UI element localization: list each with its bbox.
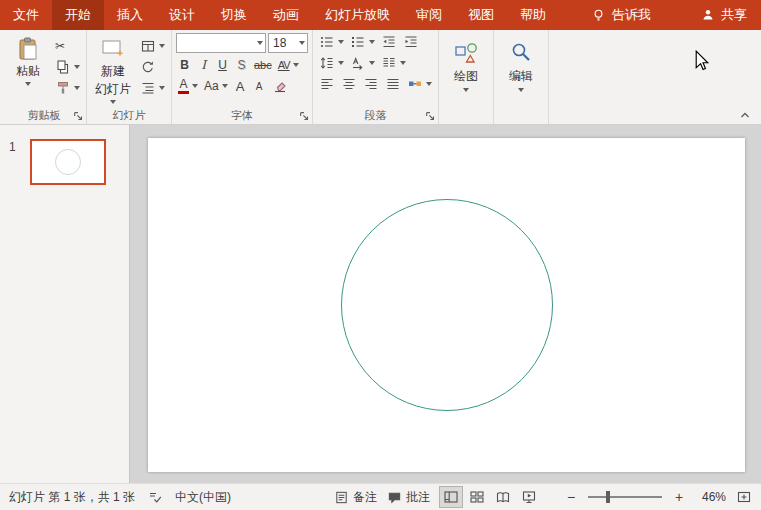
paste-clipboard-icon	[15, 36, 41, 62]
tab-label: 动画	[273, 6, 299, 24]
paragraph-group-label: 段落	[317, 107, 434, 124]
clear-formatting-button[interactable]	[270, 77, 290, 95]
ribbon: 粘贴 ✂	[0, 30, 761, 125]
drawing-button[interactable]: 绘图	[443, 33, 489, 105]
tab-insert[interactable]: 插入	[104, 0, 156, 30]
spellcheck-icon[interactable]	[147, 489, 163, 505]
columns-icon	[381, 55, 397, 71]
tab-animations[interactable]: 动画	[260, 0, 312, 30]
font-size-combobox[interactable]: 18	[268, 33, 308, 53]
copy-button[interactable]	[53, 58, 82, 75]
comments-label: 批注	[406, 489, 430, 506]
font-color-label: A	[179, 79, 187, 90]
increase-font-size-button[interactable]: A	[232, 77, 249, 95]
fit-to-window-icon[interactable]	[736, 489, 752, 505]
tab-view[interactable]: 视图	[455, 0, 507, 30]
strikethrough-button[interactable]: abc	[252, 56, 274, 74]
font-color-button[interactable]: A	[176, 77, 200, 95]
slide-1-thumbnail[interactable]	[30, 139, 106, 185]
slide-sorter-view-button[interactable]	[466, 487, 488, 507]
align-left-icon	[319, 76, 335, 92]
reset-slide-button[interactable]	[138, 58, 167, 75]
increase-indent-icon	[403, 34, 419, 50]
editing-button[interactable]: 编辑	[498, 33, 544, 105]
section-icon	[140, 80, 156, 96]
zoom-in-button[interactable]: +	[672, 489, 686, 505]
line-spacing-button[interactable]	[317, 54, 346, 72]
tab-review[interactable]: 审阅	[403, 0, 455, 30]
decrease-font-size-button[interactable]: A	[251, 77, 268, 95]
text-direction-button[interactable]	[348, 54, 377, 72]
underline-label: U	[218, 58, 227, 72]
underline-button[interactable]: U	[214, 56, 231, 74]
zoom-out-button[interactable]: −	[564, 489, 578, 505]
clipboard-dialog-launcher[interactable]	[73, 111, 84, 122]
zoom-slider-thumb[interactable]	[606, 491, 610, 503]
align-right-icon	[363, 76, 379, 92]
columns-button[interactable]	[379, 54, 408, 72]
circle-shape[interactable]	[341, 199, 553, 411]
slideshow-view-button[interactable]	[518, 487, 540, 507]
notes-button[interactable]: 备注	[334, 489, 377, 506]
zoom-percentage[interactable]: 46%	[696, 490, 726, 504]
paragraph-dialog-launcher[interactable]	[425, 111, 436, 122]
tab-label: 帮助	[520, 6, 546, 24]
new-slide-label-line2: 幻灯片	[95, 81, 131, 98]
slide-thumbnail-item-1[interactable]: 1	[0, 139, 129, 185]
zoom-slider[interactable]	[588, 490, 662, 504]
paragraph-group: 段落	[313, 30, 439, 124]
numbering-button[interactable]	[348, 33, 377, 51]
minus-icon: −	[567, 489, 575, 505]
collapse-ribbon-button[interactable]	[739, 110, 751, 120]
text-direction-icon	[350, 55, 366, 71]
decrease-font-label: A	[256, 81, 263, 92]
change-case-button[interactable]: Aa	[202, 77, 230, 95]
share-button[interactable]: 共享	[687, 0, 761, 30]
status-bar: 幻灯片 第 1 张，共 1 张 中文(中国) 备注 批注	[0, 483, 761, 510]
cut-button[interactable]: ✂	[53, 37, 82, 54]
align-left-button[interactable]	[317, 75, 337, 93]
increase-indent-button[interactable]	[401, 33, 421, 51]
slides-group-label: 幻灯片	[91, 107, 167, 124]
section-button[interactable]	[138, 79, 167, 96]
paragraph-group-body	[317, 33, 434, 107]
italic-button[interactable]: I	[195, 56, 212, 74]
change-case-label: Aa	[204, 79, 219, 93]
language-status[interactable]: 中文(中国)	[175, 489, 231, 506]
bullets-button[interactable]	[317, 33, 346, 51]
tell-me-label: 告诉我	[612, 6, 651, 24]
convert-smartart-button[interactable]	[405, 75, 434, 93]
normal-view-button[interactable]	[440, 487, 462, 507]
copy-icon	[55, 59, 71, 75]
slides-group-body: 新建 幻灯片	[91, 33, 167, 107]
paste-button[interactable]: 粘贴	[6, 33, 50, 86]
slide-layout-icon	[140, 38, 156, 54]
tab-design[interactable]: 设计	[156, 0, 208, 30]
font-color-swatch	[178, 91, 189, 94]
bold-label: B	[180, 58, 189, 72]
tell-me-button[interactable]: 告诉我	[581, 0, 661, 30]
bold-button[interactable]: B	[176, 56, 193, 74]
new-slide-button[interactable]: 新建 幻灯片	[91, 33, 135, 104]
tab-help[interactable]: 帮助	[507, 0, 559, 30]
align-right-button[interactable]	[361, 75, 381, 93]
tab-slideshow[interactable]: 幻灯片放映	[312, 0, 403, 30]
format-painter-button[interactable]	[53, 79, 82, 96]
slides-group: 新建 幻灯片	[87, 30, 172, 124]
tab-home[interactable]: 开始	[52, 0, 104, 30]
slide-layout-button[interactable]	[138, 37, 167, 54]
justify-button[interactable]	[383, 75, 403, 93]
align-center-button[interactable]	[339, 75, 359, 93]
tab-label: 插入	[117, 6, 143, 24]
decrease-indent-button[interactable]	[379, 33, 399, 51]
font-name-combobox[interactable]	[176, 33, 266, 53]
tab-transitions[interactable]: 切换	[208, 0, 260, 30]
comments-button[interactable]: 批注	[387, 489, 430, 506]
tab-file[interactable]: 文件	[0, 0, 52, 30]
strikethrough-label: abc	[254, 59, 272, 71]
slide-canvas[interactable]	[148, 138, 745, 472]
reading-view-button[interactable]	[492, 487, 514, 507]
character-spacing-button[interactable]: AV	[276, 56, 301, 74]
text-shadow-button[interactable]: S	[233, 56, 250, 74]
font-dialog-launcher[interactable]	[299, 111, 310, 122]
